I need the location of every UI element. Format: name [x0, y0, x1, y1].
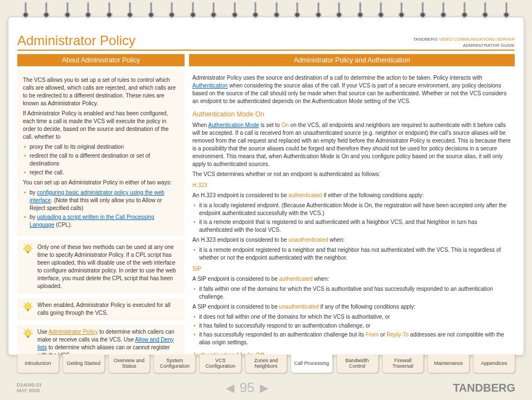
doc-date: MAY 2008: [17, 388, 41, 393]
svg-point-0: [25, 246, 31, 252]
svg-rect-1: [27, 251, 29, 253]
sip-heading: SIP: [192, 265, 511, 273]
list-item: by uploading a script written in the Cal…: [30, 213, 179, 229]
document-id: TANDBERG VIDEO COMMUNICATIONS SERVER ADM…: [413, 37, 515, 48]
tab-call-processing[interactable]: Call Processing: [291, 354, 333, 373]
next-page-arrow[interactable]: ▶: [260, 381, 268, 394]
page-title: Administrator Policy: [17, 33, 136, 48]
upload-cpl-link[interactable]: uploading a script written in the Call P…: [30, 214, 154, 228]
tab-overview-and-status[interactable]: Overview and Status: [108, 354, 151, 373]
svg-line-12: [24, 303, 25, 304]
page-footer: D14049.03 MAY 2008 ◀ 95 ▶ TANDBERG: [17, 380, 515, 396]
lightbulb-icon: [22, 328, 34, 340]
list-item: proxy the call to its original destinati…: [30, 143, 179, 151]
tab-zones-and-neighbors[interactable]: Zones and Neighbors: [245, 354, 287, 373]
list-item: it has failed to successfully respond to…: [199, 322, 511, 330]
svg-point-14: [25, 330, 31, 336]
prev-page-arrow[interactable]: ◀: [226, 381, 234, 394]
list-item: reject the call.: [30, 169, 179, 177]
tip-box: When enabled, Administrator Policy is ex…: [17, 298, 185, 320]
svg-line-13: [31, 303, 32, 304]
left-body: The VCS allows you to set up a set of ru…: [17, 70, 185, 236]
lightbulb-icon: [22, 301, 34, 314]
tab-vcs-configuration[interactable]: VCS Configuration: [199, 354, 241, 373]
svg-line-5: [24, 245, 25, 246]
auth-mode-on-heading: Authentication Mode On: [192, 110, 511, 119]
spiral-binding: [22, 2, 510, 25]
admin-policy-link[interactable]: Administrator Policy: [49, 329, 98, 335]
list-item: it has successfully responded to an auth…: [199, 331, 511, 347]
lightbulb-icon: [22, 243, 34, 256]
brand-logo: TANDBERG: [453, 382, 515, 394]
page-content: Administrator Policy TANDBERG VIDEO COMM…: [8, 17, 524, 355]
tab-appendices[interactable]: Appendices: [473, 354, 515, 373]
nav-tabs: IntroductionGetting StartedOverview and …: [17, 354, 515, 373]
right-section-heading: Administrator Policy and Authentication: [189, 54, 515, 66]
tab-system-configuration[interactable]: System Configuration: [153, 354, 196, 373]
left-section-heading: About Administrator Policy: [17, 54, 185, 66]
svg-point-7: [25, 304, 31, 310]
svg-line-6: [31, 245, 32, 246]
right-body: Administrator Policy uses the source and…: [189, 70, 515, 355]
authentication-link[interactable]: Authentication: [192, 82, 228, 89]
page-number: 95: [240, 380, 255, 396]
tab-maintenance[interactable]: Maintenance: [427, 354, 470, 373]
svg-line-20: [31, 329, 32, 330]
svg-rect-15: [27, 336, 29, 338]
auth-mode-link[interactable]: Authentication Mode: [208, 122, 259, 128]
h323-heading: H.323: [192, 182, 511, 189]
list-item: it falls within one of the domains for w…: [199, 285, 511, 301]
doc-number: D14049.03: [17, 382, 41, 388]
list-item: it is a remote endpoint that is register…: [199, 218, 511, 234]
tab-bandwidth-control[interactable]: Bandwidth Control: [336, 354, 379, 373]
svg-line-19: [24, 329, 25, 330]
tip-box: Use Administrator Policy to determine wh…: [17, 325, 185, 355]
tip-box: Only one of these two methods can be use…: [17, 240, 185, 294]
list-item: it is a locally registered endpoint. (Be…: [199, 202, 511, 217]
list-item: by configuring basic administrator polic…: [30, 189, 179, 212]
tab-firewall-traversal[interactable]: Firewall Traversal: [382, 354, 424, 373]
list-item: redirect the call to a different destina…: [30, 152, 179, 168]
tab-getting-started[interactable]: Getting Started: [62, 354, 105, 373]
list-item: it is a remote endpoint registered to a …: [199, 246, 511, 262]
list-item: it does not fall within one of the domai…: [199, 313, 511, 321]
svg-rect-8: [27, 309, 29, 311]
tab-introduction[interactable]: Introduction: [17, 354, 59, 373]
